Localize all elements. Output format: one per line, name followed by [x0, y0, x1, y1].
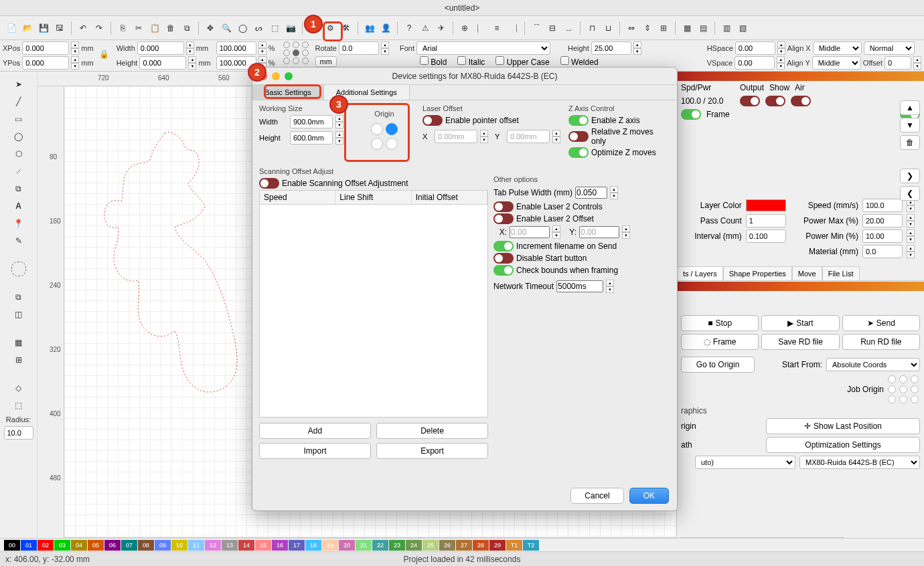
laser-offset-y[interactable]: [507, 130, 550, 143]
palette-swatch[interactable]: 06: [104, 540, 121, 551]
anchor-dot[interactable]: [283, 41, 290, 48]
palette-swatch[interactable]: 04: [71, 540, 87, 551]
tab-cuts[interactable]: ts / Layers: [677, 266, 723, 280]
bezier-tool-icon[interactable]: ⟋: [11, 164, 26, 179]
selection-frame-icon[interactable]: ⬚: [267, 21, 282, 35]
opt-z-toggle[interactable]: [568, 147, 589, 158]
enable-pointer-toggle[interactable]: [422, 115, 443, 126]
send-button[interactable]: ➤ Send: [842, 315, 920, 331]
next-icon[interactable]: ❯: [900, 169, 920, 183]
align-left-icon[interactable]: ⎸: [473, 21, 488, 35]
job-origin-dot[interactable]: [888, 375, 896, 383]
delete-icon[interactable]: 🗑: [163, 21, 178, 35]
palette-swatch[interactable]: 28: [473, 540, 489, 551]
device-select[interactable]: MX80-Ruida 6442S-B (EC): [799, 456, 920, 469]
move-icon[interactable]: ✥: [203, 21, 218, 35]
zoom-fit-icon[interactable]: ◯: [235, 21, 250, 35]
tab-shape-properties[interactable]: Shape Properties: [723, 266, 792, 280]
distribute-v-icon[interactable]: ⊔: [601, 21, 615, 35]
cut-icon[interactable]: ✂: [131, 21, 146, 35]
scale-w-input[interactable]: [216, 41, 256, 55]
paste-in-place-icon[interactable]: ⧉: [179, 21, 194, 35]
frame-button[interactable]: ◌ Frame: [681, 334, 759, 350]
import-button[interactable]: Import: [259, 443, 371, 459]
shapes-lib-icon[interactable]: ◇: [11, 381, 26, 395]
send-icon[interactable]: ✈: [434, 21, 449, 35]
layer-up-icon[interactable]: ▲: [900, 100, 920, 115]
array-icon[interactable]: ⊞: [11, 353, 26, 367]
users-icon[interactable]: 👥: [362, 21, 377, 35]
palette-swatch[interactable]: 08: [138, 540, 154, 551]
palette-swatch[interactable]: 09: [155, 540, 171, 551]
disable-start-toggle[interactable]: [493, 253, 514, 264]
zoom-out-icon[interactable]: ᔕ: [251, 21, 266, 35]
speed-input[interactable]: [862, 199, 903, 212]
alignx-select[interactable]: Middle: [813, 41, 862, 55]
en-l2c-toggle[interactable]: [493, 201, 514, 212]
paste-icon[interactable]: 📋: [147, 21, 162, 35]
height-input[interactable]: [139, 56, 186, 70]
laser-offset-x[interactable]: [435, 130, 477, 143]
arrange-3-icon[interactable]: ▥: [719, 21, 734, 35]
palette-swatch[interactable]: T1: [506, 540, 522, 551]
go-origin-button[interactable]: Go to Origin: [681, 357, 755, 373]
save-rd-button[interactable]: Save RD file: [761, 334, 839, 350]
pass-input[interactable]: [746, 214, 786, 227]
hspace-input[interactable]: [735, 41, 775, 55]
warning-icon[interactable]: ⚠: [418, 21, 433, 35]
distribute-h-icon[interactable]: ⊓: [585, 21, 599, 35]
start-from-select[interactable]: Absolute Coords: [826, 358, 920, 371]
line-tool-icon[interactable]: ╱: [11, 94, 26, 109]
uppercase-check[interactable]: Upper Case: [495, 56, 549, 67]
palette-swatch[interactable]: 22: [372, 540, 388, 551]
palette-swatch[interactable]: 27: [456, 540, 472, 551]
palette-swatch[interactable]: 24: [406, 540, 422, 551]
add-button[interactable]: Add: [259, 423, 371, 439]
auto-select[interactable]: uto): [695, 456, 795, 469]
rect-tool-icon[interactable]: ▭: [11, 112, 26, 126]
layer-down-icon[interactable]: ▼: [900, 118, 920, 132]
palette-swatch[interactable]: 14: [238, 540, 254, 551]
ok-button[interactable]: OK: [629, 488, 669, 504]
working-height-input[interactable]: [290, 131, 333, 145]
origin-top-left[interactable]: [371, 123, 383, 135]
palette-swatch[interactable]: T2: [523, 540, 539, 551]
copy-icon[interactable]: ⎘: [115, 21, 130, 35]
palette-swatch[interactable]: 07: [121, 540, 137, 551]
run-rd-button[interactable]: Run RD file: [842, 334, 920, 350]
font-select[interactable]: Arial: [416, 41, 550, 55]
pencil-tool-icon[interactable]: ✎: [11, 233, 26, 248]
rel-z-toggle[interactable]: [568, 131, 589, 142]
tab-file-list[interactable]: File List: [822, 266, 860, 280]
origin-top-right[interactable]: [386, 123, 398, 135]
cancel-button[interactable]: Cancel: [570, 488, 623, 504]
same-width-icon[interactable]: ⇔: [624, 21, 639, 35]
camera-icon[interactable]: 📷: [283, 21, 298, 35]
network-timeout-input[interactable]: [556, 280, 603, 292]
tab-pulse-input[interactable]: [575, 187, 607, 199]
polygon-tool-icon[interactable]: ⬡: [11, 147, 26, 161]
group-icon[interactable]: ⧉: [11, 290, 26, 304]
l2-y-input[interactable]: [579, 226, 619, 238]
save-as-icon[interactable]: 🖫: [52, 21, 67, 35]
palette-swatch[interactable]: 13: [222, 540, 238, 551]
ungroup-icon[interactable]: ◫: [11, 307, 26, 322]
font-height-input[interactable]: [591, 41, 631, 55]
save-icon[interactable]: 💾: [36, 21, 51, 35]
palette-swatch[interactable]: 15: [255, 540, 271, 551]
aligny-select[interactable]: Middle: [812, 56, 861, 70]
xpos-stepper[interactable]: ▲▼: [71, 41, 79, 55]
palette-swatch[interactable]: 17: [289, 540, 305, 551]
palette-swatch[interactable]: 18: [305, 540, 321, 551]
dashed-rect-icon[interactable]: ⬚: [11, 398, 26, 413]
same-height-icon[interactable]: ⇕: [640, 21, 655, 35]
open-file-icon[interactable]: 📂: [20, 21, 35, 35]
new-file-icon[interactable]: 📄: [4, 21, 19, 35]
palette-swatch[interactable]: 02: [37, 540, 54, 551]
arrange-1-icon[interactable]: ▦: [680, 21, 694, 35]
zoom-in-icon[interactable]: 🔍: [219, 21, 234, 35]
vspace-input[interactable]: [735, 56, 775, 70]
start-button[interactable]: ▶ Start: [761, 315, 839, 331]
pmax-input[interactable]: [862, 214, 903, 227]
trash-icon[interactable]: 🗑: [900, 135, 920, 150]
